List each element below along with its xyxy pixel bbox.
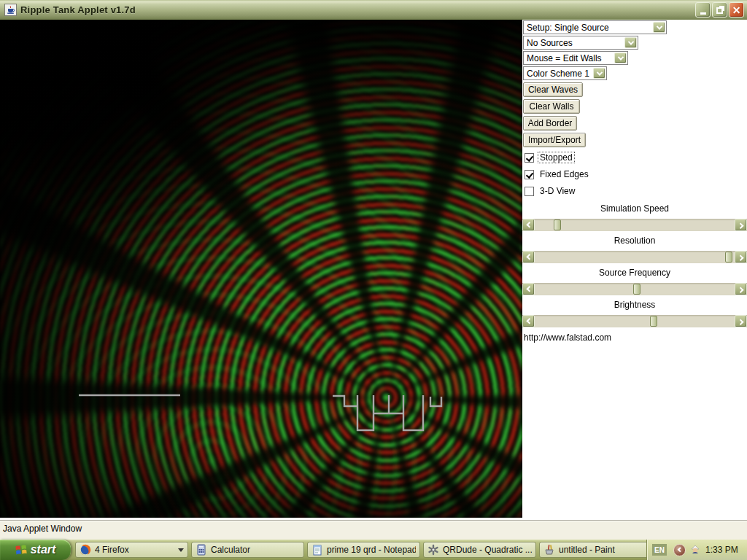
checkbox-box (525, 187, 534, 196)
restore-icon (716, 7, 723, 14)
setup-dropdown-value: Setup: Single Source (524, 23, 653, 33)
clear-walls-button[interactable]: Clear Walls (523, 99, 580, 114)
setup-dropdown[interactable]: Setup: Single Source (523, 20, 667, 34)
language-indicator[interactable]: EN (652, 544, 667, 556)
close-button[interactable]: ✕ (729, 2, 744, 18)
taskbar-item-qrdude[interactable]: QRDude - Quadratic ... (423, 542, 536, 558)
source-mode-dropdown-value: No Sources (524, 38, 624, 48)
windows-flag-icon (15, 544, 27, 556)
window-title: Ripple Tank Applet v1.7d (20, 4, 694, 15)
start-button-label: start (31, 543, 56, 556)
stopped-checkbox-label: Stopped (538, 152, 575, 163)
paint-icon (543, 544, 555, 556)
taskbar-item-notepad[interactable]: prime 19 qrd - Notepad (307, 542, 420, 558)
taskbar: start 4 Firefox Calculator (0, 540, 747, 560)
simulation-speed-label: Simulation Speed (522, 203, 747, 214)
arrow-right-icon[interactable] (735, 219, 747, 231)
resolution-label: Resolution (522, 236, 747, 246)
tray-app-icon[interactable] (689, 544, 701, 556)
falstad-link[interactable]: http://www.falstad.com (524, 332, 611, 343)
start-button[interactable]: start (0, 540, 71, 560)
tray-collapse-button[interactable] (673, 544, 686, 556)
mouse-mode-dropdown-value: Mouse = Edit Walls (524, 53, 614, 63)
minimize-button[interactable] (695, 2, 711, 18)
taskbar-item-label: prime 19 qrd - Notepad (327, 545, 416, 555)
mouse-mode-dropdown[interactable]: Mouse = Edit Walls (523, 51, 628, 65)
stopped-checkbox[interactable]: Stopped (525, 152, 575, 163)
qrdude-icon (427, 544, 439, 556)
control-panel: Setup: Single Source No Sources Mouse = … (522, 20, 747, 520)
java-applet-status-bar: Java Applet Window (0, 520, 747, 540)
simulation-speed-thumb[interactable] (554, 219, 561, 230)
arrow-right-icon[interactable] (735, 251, 747, 263)
close-icon: ✕ (732, 5, 741, 15)
java-cup-icon (4, 4, 17, 16)
firefox-icon (80, 544, 91, 556)
arrow-left-icon[interactable] (522, 219, 535, 231)
taskbar-item-label: untitled - Paint (559, 545, 648, 555)
color-scheme-dropdown[interactable]: Color Scheme 1 (523, 66, 607, 80)
fixed-edges-checkbox-label: Fixed Edges (538, 168, 591, 180)
taskbar-item-firefox[interactable]: 4 Firefox (75, 542, 188, 558)
taskbar-item-calculator[interactable]: Calculator (191, 542, 304, 558)
add-border-button[interactable]: Add Border (523, 116, 577, 131)
resolution-slider[interactable] (522, 251, 747, 263)
taskbar-clock[interactable]: 1:33 PM (705, 545, 738, 555)
system-tray: EN 1:33 PM (646, 540, 747, 560)
import-export-button[interactable]: Import/Export (523, 133, 586, 147)
taskbar-item-label: Calculator (211, 545, 300, 555)
status-bar-text: Java Applet Window (3, 524, 82, 534)
source-frequency-thumb[interactable] (633, 284, 640, 295)
group-dropdown-arrow-icon[interactable] (178, 548, 184, 552)
chevron-down-icon (653, 22, 665, 33)
arrow-right-icon[interactable] (735, 315, 747, 327)
minimize-icon (700, 12, 706, 15)
brightness-thumb[interactable] (650, 316, 657, 327)
source-mode-dropdown[interactable]: No Sources (523, 36, 638, 50)
notepad-icon (311, 544, 323, 556)
3d-view-checkbox-label: 3-D View (538, 185, 577, 197)
taskbar-item-label: QRDude - Quadratic ... (443, 545, 532, 555)
checkbox-box (525, 170, 534, 179)
taskbar-item-paint[interactable]: untitled - Paint (539, 542, 652, 558)
ripple-tank-canvas[interactable] (0, 20, 522, 518)
resolution-thumb[interactable] (725, 252, 732, 262)
arrow-left-icon[interactable] (522, 315, 535, 327)
restore-button[interactable] (712, 2, 727, 18)
arrow-right-icon[interactable] (735, 283, 747, 295)
applet-window: Ripple Tank Applet v1.7d ✕ Setup: Single… (0, 0, 747, 560)
chevron-down-icon (614, 52, 627, 63)
3d-view-checkbox[interactable]: 3-D View (525, 186, 577, 196)
taskbar-item-label: 4 Firefox (95, 545, 174, 555)
chevron-down-icon (593, 68, 605, 79)
simulation-speed-slider[interactable] (522, 219, 747, 231)
arrow-left-icon[interactable] (522, 283, 535, 295)
title-bar: Ripple Tank Applet v1.7d ✕ (0, 0, 747, 20)
brightness-slider[interactable] (522, 315, 747, 327)
chevron-left-icon (678, 547, 683, 552)
source-frequency-label: Source Frequency (522, 268, 747, 278)
calculator-icon (196, 544, 207, 556)
chevron-down-icon (624, 37, 637, 48)
walls-overlay (0, 20, 522, 518)
source-frequency-slider[interactable] (522, 283, 747, 295)
fixed-edges-checkbox[interactable]: Fixed Edges (525, 169, 591, 179)
arrow-left-icon[interactable] (522, 251, 535, 263)
wall-qrd-diffuser (333, 395, 441, 430)
clear-waves-button[interactable]: Clear Waves (523, 82, 583, 97)
color-scheme-dropdown-value: Color Scheme 1 (524, 69, 593, 79)
checkbox-box (525, 153, 534, 163)
brightness-label: Brightness (522, 300, 747, 310)
